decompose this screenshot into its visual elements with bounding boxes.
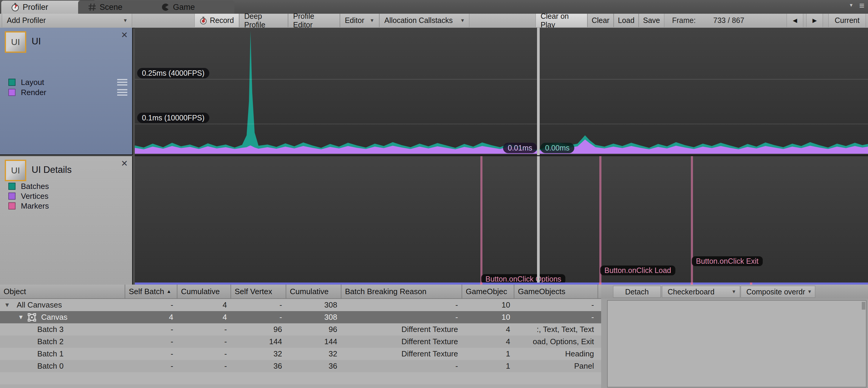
ui-details-chart[interactable]: Button.onClick OptionsButton.onClick Loa… (135, 156, 868, 283)
playhead-line[interactable] (537, 28, 540, 155)
add-profiler-dropdown[interactable]: Add Profiler ▼ (2, 14, 132, 27)
load-button[interactable]: Load (614, 14, 639, 27)
close-icon[interactable]: ✕ (121, 30, 128, 40)
column-header-gameobjects[interactable]: GameObjects (514, 285, 598, 298)
tab-game[interactable]: Game (152, 1, 235, 14)
save-button[interactable]: Save (639, 14, 664, 27)
legend-item-vertices[interactable]: Vertices (8, 192, 49, 200)
column-header-object[interactable]: Object (0, 285, 125, 298)
chevron-down-icon: ▼ (370, 18, 374, 23)
table-row[interactable]: Batch 0--3636-1Panel (0, 360, 601, 372)
expand-triangle-icon[interactable]: ▼ (4, 301, 10, 309)
table-cell: - (231, 299, 286, 311)
legend-item-markers[interactable]: Markers (8, 201, 49, 211)
marker-tick (750, 283, 752, 285)
table-cell: 10 (462, 299, 514, 311)
tab-label: Profiler (23, 3, 48, 12)
detach-label: Detach (625, 288, 649, 296)
table-cell: - (514, 311, 598, 323)
record-stopwatch-icon (200, 17, 207, 25)
preview-panel: Detach Checkerboard ▼ Composite overdr ▼ (601, 285, 868, 388)
checkerboard-dropdown[interactable]: Checkerboard ▼ (662, 286, 740, 298)
frame-label: Frame: (672, 14, 696, 27)
clear-button[interactable]: Clear (587, 14, 614, 27)
deep-profile-label: Deep Profile (244, 12, 283, 29)
table-cell: - (125, 323, 178, 335)
table-cell: 36 (286, 360, 341, 372)
table-row[interactable]: Batch 3--9696Different Texture4:, Text, … (0, 323, 601, 335)
table-cell: 96 (286, 323, 341, 335)
table-cell: 4 (462, 323, 514, 335)
table-cell: Heading (514, 348, 598, 360)
grid-line (135, 124, 868, 124)
event-marker-label[interactable]: Button.onClick Load (600, 265, 675, 276)
next-arrow-icon: ▶ (812, 17, 817, 24)
chevron-down-icon: ▼ (460, 18, 465, 23)
tab-label: Scene (100, 3, 123, 12)
checkerboard-label: Checkerboard (668, 288, 714, 296)
canvas-icon (27, 313, 36, 322)
object-label: Batch 1 (37, 349, 63, 358)
object-label: Canvas (41, 313, 67, 322)
column-header-cumulative[interactable]: Cumulative (286, 285, 341, 298)
event-marker-label[interactable]: Button.onClick Exit (692, 256, 763, 266)
expand-triangle-icon[interactable]: ▼ (18, 314, 24, 321)
table-cell: - (178, 348, 231, 360)
table-row[interactable]: Batch 2--144144Different Texture4oad, Op… (0, 335, 601, 348)
profiler-window: Profiler Scene Game ▾ ≡ Add Profiler ▼ R… (0, 0, 868, 388)
profile-editor-button[interactable]: Profile Editor (288, 14, 340, 27)
table-cell: - (341, 360, 462, 372)
current-frame-button[interactable]: Current (828, 14, 866, 27)
drag-handle-icon[interactable] (117, 79, 127, 86)
pane-menu-icon[interactable]: ≡ (859, 1, 864, 11)
legend-label: Layout (21, 78, 44, 87)
table-row[interactable]: ▼All Canvases-4-308-10- (0, 299, 601, 311)
legend-item-layout[interactable]: Layout (8, 78, 44, 87)
layout-color-chip (8, 79, 16, 86)
table-cell: Different Texture (341, 323, 462, 335)
record-button[interactable]: Record (194, 14, 239, 27)
ui-timing-chart[interactable]: 0.25ms (4000FPS)0.1ms (10000FPS)0.01ms0.… (135, 28, 868, 156)
table-cell: - (178, 335, 231, 348)
profiler-toolbar: Add Profiler ▼ Record Deep Profile Profi… (0, 14, 868, 28)
column-header-cumulative[interactable]: Cumulative (178, 285, 231, 298)
allocation-callstacks-dropdown[interactable]: Allocation Callstacks ▼ (379, 14, 469, 27)
legend-item-render[interactable]: Render (8, 88, 46, 97)
table-row[interactable]: Batch 1--3232Different Texture1Heading (0, 348, 601, 360)
next-frame-button[interactable]: ▶ (806, 14, 823, 27)
playhead-line[interactable] (537, 156, 540, 283)
clear-on-play-button[interactable]: Clear on Play (535, 14, 587, 27)
module-ui-panel[interactable]: UI UI ✕ Layout Render (0, 28, 133, 155)
batch-preview-area[interactable] (607, 300, 867, 387)
editor-label: Editor (345, 16, 364, 25)
table-row[interactable]: ▼Canvas44-308-10- (0, 311, 601, 323)
column-header-self-batch[interactable]: Self Batch▲ (125, 285, 178, 298)
editor-dropdown[interactable]: Editor ▼ (340, 14, 379, 27)
column-header-batch-breaking-reason[interactable]: Batch Breaking Reason (341, 285, 462, 298)
table-cell: 10 (462, 311, 514, 323)
deep-profile-button[interactable]: Deep Profile (239, 14, 288, 27)
clear-label: Clear (592, 16, 610, 25)
table-cell: - (125, 299, 178, 311)
preview-scrollbar[interactable] (862, 302, 865, 310)
legend-item-batches[interactable]: Batches (8, 182, 49, 191)
object-label: Batch 2 (37, 337, 63, 346)
object-label: All Canvases (17, 300, 62, 310)
detach-button[interactable]: Detach (613, 286, 661, 298)
table-cell: :, Text, Text, Text (514, 323, 598, 335)
chevron-down-icon: ▼ (732, 289, 736, 294)
table-cell: 144 (231, 335, 286, 348)
drag-handle-icon[interactable] (117, 89, 127, 96)
tab-label: Game (173, 3, 195, 12)
close-icon[interactable]: ✕ (121, 159, 128, 168)
load-label: Load (618, 16, 634, 25)
column-header-gameobjec[interactable]: GameObjec (462, 285, 514, 298)
composite-overdraw-dropdown[interactable]: Composite overdr ▼ (741, 286, 815, 298)
prev-frame-button[interactable]: ◀ (786, 14, 803, 27)
current-label: Current (835, 16, 859, 25)
grid-icon (88, 3, 96, 11)
pane-caret-icon[interactable]: ▾ (850, 2, 852, 8)
legend-label: Vertices (21, 192, 49, 201)
column-header-self-vertex[interactable]: Self Vertex (231, 285, 286, 298)
module-ui-details-panel[interactable]: UI UI Details ✕ Batches Vertices Markers (0, 156, 133, 285)
